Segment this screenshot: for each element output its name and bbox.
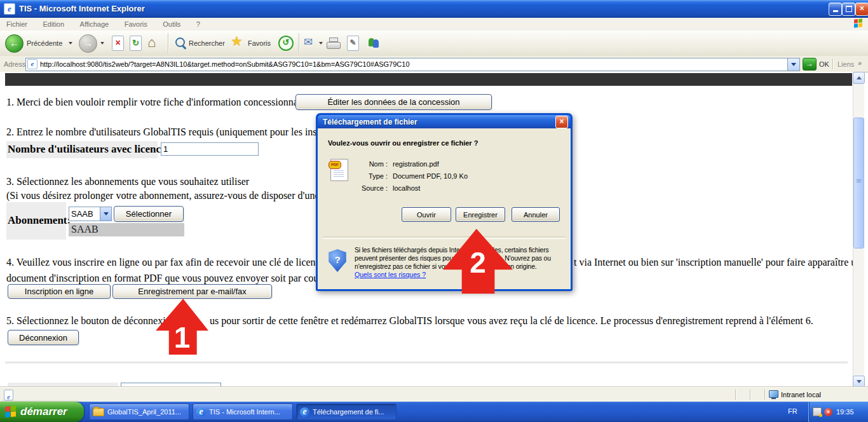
status-page-icon: e bbox=[4, 390, 13, 400]
scrollbar-thumb[interactable] bbox=[853, 118, 864, 248]
edit-icon[interactable]: ✎ bbox=[347, 36, 359, 51]
license-label: Nombre d'utilisateurs avec licence: bbox=[8, 143, 169, 156]
back-dropdown-icon[interactable] bbox=[69, 42, 72, 44]
favorites-icon[interactable]: ★ bbox=[231, 34, 243, 49]
step4-text-left: 4. Veuillez vous inscrire en ligne ou pa… bbox=[6, 257, 339, 268]
go-button[interactable]: → OK bbox=[803, 58, 829, 71]
security-shield-icon: ? bbox=[328, 249, 347, 272]
stop-icon[interactable]: × bbox=[112, 36, 124, 51]
task-label: TIS - Microsoft Intern... bbox=[209, 408, 280, 416]
section-divider bbox=[5, 362, 848, 364]
cancel-button[interactable]: Annuler bbox=[512, 207, 560, 222]
restore-icon bbox=[846, 6, 852, 12]
tray-security-alert-icon[interactable]: × bbox=[824, 408, 832, 416]
print-icon[interactable] bbox=[327, 36, 341, 49]
mail-icon[interactable]: ✉ bbox=[304, 36, 313, 49]
task-label: Téléchargement de fi... bbox=[313, 408, 384, 416]
addressbar-separator bbox=[832, 58, 833, 69]
forward-dropdown-icon[interactable] bbox=[100, 42, 104, 44]
history-icon[interactable]: ↺ bbox=[278, 36, 294, 51]
address-input[interactable]: e http://localhost:9080/tis2web/?target=… bbox=[25, 58, 788, 71]
restore-button[interactable] bbox=[842, 3, 855, 16]
close-button[interactable]: × bbox=[855, 3, 868, 16]
status-bar: e Intranet local bbox=[0, 386, 868, 402]
file-source-value: localhost bbox=[393, 184, 420, 192]
license-count-input[interactable] bbox=[161, 142, 259, 156]
select-button[interactable]: Sélectionner bbox=[114, 206, 184, 222]
dialog-body: Voulez-vous ouvrir ou enregistrer ce fic… bbox=[318, 128, 571, 289]
step5-text-left: 5. Sélectionnez le bouton de déconnexion bbox=[6, 315, 176, 327]
file-download-dialog: Téléchargement de fichier × Voulez-vous … bbox=[316, 113, 573, 291]
address-url: http://localhost:9080/tis2web/?target=A8… bbox=[40, 60, 410, 68]
step3-line1: 3. Sélectionnez les abonnements que vous… bbox=[6, 176, 249, 187]
online-registration-button[interactable]: Inscription en ligne bbox=[8, 284, 111, 299]
forward-icon[interactable]: → bbox=[79, 34, 97, 53]
dialog-close-button[interactable]: × bbox=[555, 116, 568, 128]
links-chevron-icon[interactable]: » bbox=[858, 59, 862, 67]
start-label: démarrer bbox=[20, 405, 67, 418]
subscription-select[interactable]: SAAB bbox=[69, 207, 112, 221]
file-name-label: Nom : bbox=[318, 160, 388, 168]
tray-java-icon[interactable] bbox=[813, 407, 822, 416]
selected-subscription-item[interactable]: SAAB bbox=[69, 223, 184, 236]
step5-text-right: us pour sortir de cette fenêtre et redém… bbox=[210, 315, 813, 327]
back-button[interactable]: Précédente bbox=[27, 39, 62, 47]
subscription-label: Abonnement: bbox=[8, 214, 71, 227]
go-label: OK bbox=[819, 60, 829, 68]
taskbar-task-tis-ie[interactable]: e TIS - Microsoft Intern... bbox=[193, 404, 293, 420]
statusbar-divider bbox=[750, 390, 750, 400]
menu-affichage[interactable]: Affichage bbox=[80, 20, 109, 28]
language-indicator[interactable]: FR bbox=[788, 407, 797, 415]
start-button[interactable]: démarrer bbox=[0, 402, 84, 422]
home-icon[interactable]: ⌂ bbox=[147, 34, 156, 51]
messenger-icon-2 bbox=[373, 39, 379, 48]
taskbar-task-download-dialog[interactable]: e Téléchargement de fi... bbox=[296, 404, 397, 420]
minimize-button[interactable] bbox=[829, 3, 842, 16]
dialog-title: Téléchargement de fichier bbox=[320, 118, 555, 126]
subscription-label-box: Abonnement: bbox=[6, 202, 66, 240]
dialog-question: Voulez-vous ouvrir ou enregistrer ce fic… bbox=[328, 139, 478, 147]
search-icon-handle bbox=[182, 44, 187, 50]
ie-icon: e bbox=[196, 407, 206, 417]
taskbar-clock[interactable]: 19:35 bbox=[836, 408, 854, 416]
search-button[interactable]: Rechercher bbox=[189, 39, 225, 47]
favorites-button[interactable]: Favoris bbox=[248, 39, 271, 47]
intranet-zone-icon bbox=[769, 390, 778, 399]
select-dropdown-icon[interactable] bbox=[100, 207, 111, 221]
page-favicon: e bbox=[27, 59, 37, 69]
subscription-select-value: SAAB bbox=[69, 209, 100, 219]
ie-icon: e bbox=[300, 407, 309, 417]
address-dropdown-icon[interactable] bbox=[787, 58, 800, 71]
open-button[interactable]: Ouvrir bbox=[402, 207, 451, 222]
step3-line2: (Si vous désirez prolonger votre abonnem… bbox=[6, 190, 335, 201]
minimize-icon bbox=[833, 10, 838, 12]
file-type-label: Type : bbox=[318, 172, 388, 180]
file-name-value: registration.pdf bbox=[393, 160, 439, 168]
menu-fichier[interactable]: Fichier bbox=[6, 20, 27, 28]
task-label: GlobalTIS_April_2011... bbox=[107, 408, 181, 416]
menu-outils[interactable]: Outils bbox=[163, 20, 180, 28]
file-type-value: Document PDF, 10,9 Ko bbox=[393, 172, 468, 180]
links-button[interactable]: Liens bbox=[837, 60, 854, 68]
folder-icon bbox=[93, 408, 104, 416]
security-zone-label: Intranet local bbox=[781, 391, 821, 398]
taskbar-task-globaltis-folder[interactable]: GlobalTIS_April_2011... bbox=[89, 404, 189, 420]
save-button[interactable]: Enregistrer bbox=[456, 207, 505, 222]
menu-edition[interactable]: Edition bbox=[43, 20, 64, 28]
address-bar: Adresse e http://localhost:9080/tis2web/… bbox=[0, 56, 868, 72]
risks-link[interactable]: Quels sont les risques ? bbox=[355, 271, 426, 278]
email-fax-registration-button[interactable]: Enregistrement par e-mail/fax bbox=[112, 284, 272, 299]
menu-favoris[interactable]: Favoris bbox=[125, 20, 147, 28]
start-windows-logo-icon bbox=[5, 405, 17, 418]
scroll-down-icon bbox=[857, 380, 862, 383]
title-bar: e TIS - Microsoft Internet Explorer × bbox=[0, 0, 868, 18]
logout-button[interactable]: Déconnexion bbox=[8, 330, 79, 345]
refresh-icon[interactable]: ↻ bbox=[130, 36, 142, 51]
edit-concession-button[interactable]: Éditer les données de la concession bbox=[295, 94, 492, 110]
license-label-box: Nombre d'utilisateurs avec licence: bbox=[6, 141, 158, 158]
back-icon[interactable]: ← bbox=[5, 34, 24, 53]
ie-window: e TIS - Microsoft Internet Explorer × Fi… bbox=[0, 0, 868, 422]
scroll-up-button[interactable] bbox=[853, 72, 865, 84]
mail-dropdown-icon[interactable] bbox=[319, 42, 323, 44]
menu-aide[interactable]: ? bbox=[196, 20, 200, 28]
